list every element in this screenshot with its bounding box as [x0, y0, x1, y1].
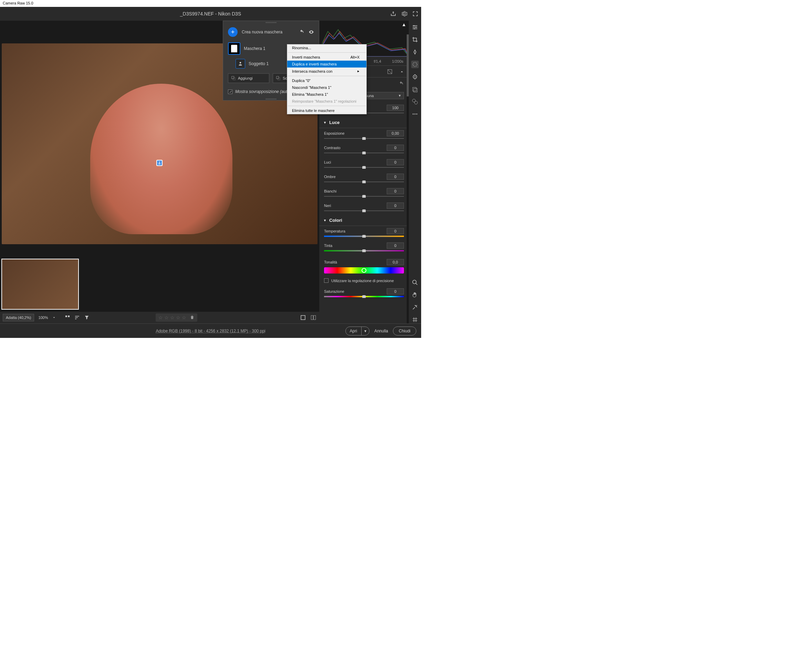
filter-icon[interactable]: [84, 315, 90, 320]
zoom-tool-icon[interactable]: [411, 279, 419, 286]
contrast-value[interactable]: 0: [387, 145, 404, 151]
contrast-slider[interactable]: [324, 151, 404, 154]
aperture-value: f/1,4: [374, 59, 381, 63]
menu-duplicate[interactable]: Duplica "0": [287, 77, 366, 84]
saturation-value[interactable]: 0: [387, 288, 404, 295]
sampler-tool-icon[interactable]: [411, 303, 419, 311]
open-button[interactable]: Apri ▾: [345, 327, 369, 336]
zoom-100-button[interactable]: 100%: [38, 315, 48, 319]
undo-icon[interactable]: [299, 29, 304, 35]
svg-point-23: [415, 114, 416, 115]
crop-tool-icon[interactable]: [411, 36, 419, 43]
amount-value[interactable]: 100: [387, 105, 404, 111]
open-dropdown-icon[interactable]: ▾: [361, 327, 369, 335]
image-preview[interactable]: + Crea nuova maschera Maschera 1 •••: [0, 21, 319, 257]
rating-stars[interactable]: ☆ ☆ ☆ ☆ ☆: [156, 313, 197, 322]
shadows-value[interactable]: 0: [387, 174, 404, 180]
eye-icon[interactable]: [308, 29, 314, 35]
temperature-value[interactable]: 0: [387, 228, 404, 234]
menu-duplicate-invert[interactable]: Duplica e inverti maschera: [287, 61, 366, 67]
panel-scrollbar[interactable]: [407, 21, 409, 324]
star-icon[interactable]: ☆: [176, 315, 180, 320]
mask-tool-icon[interactable]: [411, 61, 419, 68]
shadows-slider[interactable]: [324, 180, 404, 183]
menu-rename[interactable]: Rinomina...: [287, 44, 366, 51]
blacks-slider[interactable]: [324, 209, 404, 212]
create-mask-button[interactable]: +: [228, 27, 238, 37]
highlights-value[interactable]: 0: [387, 159, 404, 165]
mask-item-label: Maschera 1: [244, 46, 266, 51]
star-icon[interactable]: ☆: [159, 315, 163, 320]
temperature-label: Temperatura: [324, 229, 345, 233]
menu-hide[interactable]: Nascondi "Maschera 1": [287, 84, 366, 91]
svg-point-22: [412, 114, 414, 115]
done-button[interactable]: Chiudi: [393, 327, 416, 336]
menu-delete[interactable]: Elimina "Maschera 1": [287, 91, 366, 98]
settings-gear-icon[interactable]: [401, 11, 408, 17]
compare-view-icon[interactable]: [310, 315, 316, 321]
precision-checkbox[interactable]: [324, 278, 328, 283]
submenu-arrow-icon: ▸: [357, 69, 360, 73]
highlights-slider[interactable]: [324, 166, 404, 169]
whites-slider[interactable]: [324, 195, 404, 198]
menu-invert[interactable]: Inverti mascheraAlt+X: [287, 54, 366, 61]
svg-rect-10: [314, 315, 316, 319]
zoom-fit-dropdown[interactable]: Adatta (40,2%): [3, 314, 34, 321]
panel-grip[interactable]: [223, 21, 319, 24]
menu-reset: Reimpostare "Maschera 1" regolazioni: [287, 98, 366, 105]
light-section-header[interactable]: ▾ Luce: [319, 117, 409, 128]
subject-thumbnail[interactable]: [235, 59, 245, 69]
preset-icon[interactable]: [411, 98, 419, 105]
mask-thumbnail[interactable]: [228, 42, 240, 55]
temperature-slider[interactable]: [324, 235, 404, 238]
menu-intersect[interactable]: Interseca maschera con▸: [287, 67, 366, 75]
chevron-down-icon[interactable]: [52, 316, 56, 319]
blacks-value[interactable]: 0: [387, 203, 404, 209]
export-icon[interactable]: [390, 11, 396, 17]
blacks-label: Neri: [324, 203, 331, 208]
redeye-tool-icon[interactable]: [411, 73, 419, 81]
grid-tool-icon[interactable]: [411, 316, 419, 324]
mask-context-menu: Rinomina... Inverti mascheraAlt+X Duplic…: [287, 44, 367, 115]
reset-icon[interactable]: [398, 81, 404, 86]
clip-highlight-icon[interactable]: [402, 23, 406, 27]
cancel-button[interactable]: Annulla: [374, 329, 388, 333]
snapshot-icon[interactable]: [411, 86, 419, 93]
precision-label: Utilizzare la regolazione di precisione: [331, 279, 394, 283]
hue-label: Tonalità: [324, 260, 337, 264]
fullscreen-icon[interactable]: [412, 11, 418, 17]
grid-view-icon[interactable]: [65, 315, 70, 320]
hand-tool-icon[interactable]: [411, 291, 419, 299]
tint-slider[interactable]: [324, 249, 404, 252]
more-icon[interactable]: [411, 110, 419, 118]
auto-mask-icon[interactable]: [387, 69, 393, 75]
star-icon[interactable]: ☆: [182, 315, 186, 320]
hue-slider[interactable]: [324, 267, 404, 274]
whites-label: Bianchi: [324, 189, 336, 193]
trash-icon[interactable]: [190, 315, 195, 319]
subject-marker-icon[interactable]: [156, 160, 163, 166]
view-bar: Adatta (40,2%) 100% ☆ ☆ ☆ ☆ ☆: [0, 312, 319, 324]
light-label: Luce: [329, 120, 340, 125]
chevron-down-icon: ▾: [324, 121, 326, 124]
chevron-up-icon[interactable]: [400, 70, 404, 74]
sort-icon[interactable]: [74, 315, 80, 320]
color-section-header[interactable]: ▾ Colori: [319, 215, 409, 226]
svg-point-12: [414, 25, 415, 26]
single-view-icon[interactable]: [300, 315, 306, 321]
add-to-mask-button[interactable]: Aggiungi: [228, 73, 269, 83]
show-overlay-checkbox[interactable]: [228, 90, 232, 94]
hue-value[interactable]: 0,0: [387, 259, 404, 265]
saturation-slider[interactable]: [324, 295, 404, 298]
output-settings-link[interactable]: Adobe RGB (1998) - 8 bit - 4256 x 2832 (…: [156, 329, 265, 333]
menu-delete-all[interactable]: Elimina tutte le maschere: [287, 107, 366, 114]
tint-value[interactable]: 0: [387, 243, 404, 249]
star-icon[interactable]: ☆: [170, 315, 175, 320]
edit-tool-icon[interactable]: [411, 23, 419, 31]
star-icon[interactable]: ☆: [164, 315, 169, 320]
filmstrip-thumbnail[interactable]: [2, 259, 79, 310]
whites-value[interactable]: 0: [387, 188, 404, 194]
exposure-slider[interactable]: [324, 137, 404, 140]
heal-tool-icon[interactable]: [411, 48, 419, 56]
exposure-value[interactable]: 0,00: [387, 130, 404, 136]
